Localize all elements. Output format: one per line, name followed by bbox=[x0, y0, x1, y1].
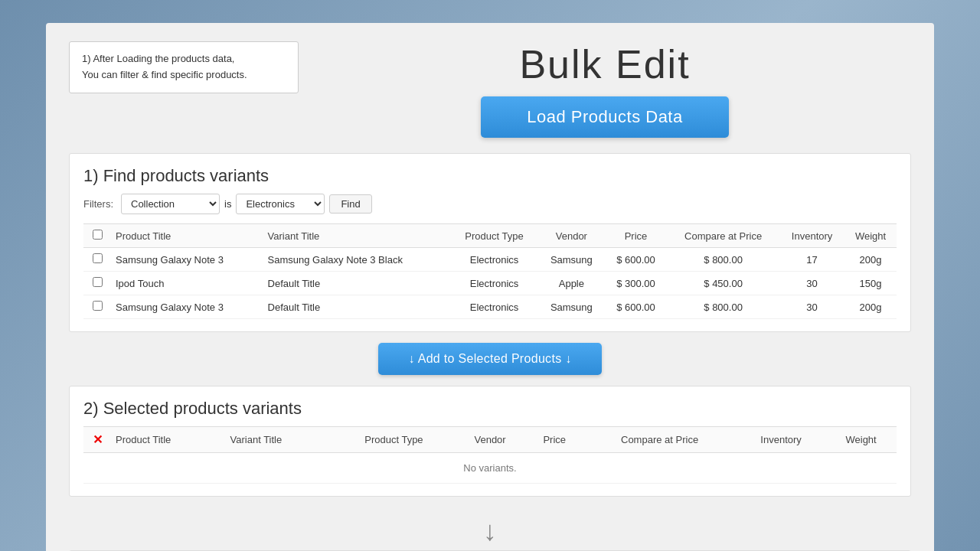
row-product-type: Electronics bbox=[450, 295, 538, 319]
selected-section: 2) Selected products variants ✕ Product … bbox=[69, 386, 911, 497]
selected-col-header-delete: ✕ bbox=[83, 427, 111, 453]
selected-products-table: ✕ Product Title Variant Title Product Ty… bbox=[83, 426, 897, 484]
row-product-title: Ipod Touch bbox=[111, 272, 263, 295]
col-header-price: Price bbox=[605, 224, 667, 248]
row-vendor: Samsung bbox=[538, 295, 605, 319]
col-header-vendor: Vendor bbox=[538, 224, 605, 248]
col-header-weight: Weight bbox=[844, 224, 897, 248]
row-variant-title: Samsung Galaxy Note 3 Black bbox=[263, 248, 451, 272]
row-checkbox-1[interactable] bbox=[93, 277, 103, 287]
main-card: 1) After Loading the products data, You … bbox=[46, 23, 934, 551]
find-button[interactable]: Find bbox=[329, 194, 371, 214]
load-products-button[interactable]: Load Products Data bbox=[481, 96, 728, 138]
row-product-title: Samsung Galaxy Note 3 bbox=[111, 248, 263, 272]
row-price: $ 600.00 bbox=[605, 295, 667, 319]
row-vendor: Samsung bbox=[538, 248, 605, 272]
row-compare-price: $ 800.00 bbox=[667, 248, 779, 272]
page-title: Bulk Edit bbox=[299, 41, 911, 87]
down-arrow-area: ↓ bbox=[69, 507, 911, 550]
col-header-inventory: Inventory bbox=[779, 224, 844, 248]
down-arrow-icon: ↓ bbox=[483, 515, 497, 547]
is-label: is bbox=[224, 198, 231, 210]
row-variant-title: Default Title bbox=[263, 295, 451, 319]
table-row: Ipod Touch Default Title Electronics App… bbox=[83, 272, 897, 295]
table-row: Samsung Galaxy Note 3 Samsung Galaxy Not… bbox=[83, 248, 897, 272]
filters-label: Filters: bbox=[83, 198, 113, 210]
col-header-checkbox bbox=[83, 224, 111, 248]
row-checkbox-cell bbox=[83, 295, 111, 319]
row-product-type: Electronics bbox=[450, 272, 538, 295]
row-compare-price: $ 800.00 bbox=[667, 295, 779, 319]
add-to-selected-button[interactable]: ↓ Add to Selected Products ↓ bbox=[378, 343, 603, 375]
filter-type-select[interactable]: Collection Vendor Product Type Tag Title bbox=[121, 194, 220, 214]
filters-row: Filters: Collection Vendor Product Type … bbox=[83, 194, 897, 214]
info-text-line2: You can filter & find specific products. bbox=[82, 69, 247, 80]
find-section-title: 1) Find products variants bbox=[83, 166, 897, 186]
add-selected-area: ↓ Add to Selected Products ↓ bbox=[69, 343, 911, 375]
title-area: Bulk Edit Load Products Data bbox=[299, 41, 911, 138]
row-inventory: 30 bbox=[779, 295, 844, 319]
no-variants-row: No variants. bbox=[83, 453, 897, 484]
header-area: 1) After Loading the products data, You … bbox=[69, 41, 911, 138]
row-product-title: Samsung Galaxy Note 3 bbox=[111, 295, 263, 319]
info-box: 1) After Loading the products data, You … bbox=[69, 41, 299, 93]
col-header-product-type: Product Type bbox=[450, 224, 538, 248]
selected-section-title: 2) Selected products variants bbox=[83, 399, 897, 419]
row-inventory: 17 bbox=[779, 248, 844, 272]
row-checkbox-2[interactable] bbox=[93, 301, 103, 311]
row-compare-price: $ 450.00 bbox=[667, 272, 779, 295]
col-header-variant-title: Variant Title bbox=[263, 224, 451, 248]
row-weight: 200g bbox=[844, 295, 897, 319]
row-checkbox-cell bbox=[83, 248, 111, 272]
row-variant-title: Default Title bbox=[263, 272, 451, 295]
selected-col-header-compare-price: Compare at Price bbox=[583, 427, 737, 453]
selected-col-header-vendor: Vendor bbox=[454, 427, 526, 453]
row-weight: 150g bbox=[844, 272, 897, 295]
col-header-compare-price: Compare at Price bbox=[667, 224, 779, 248]
row-checkbox-0[interactable] bbox=[93, 253, 103, 263]
selected-col-header-inventory: Inventory bbox=[737, 427, 825, 453]
row-inventory: 30 bbox=[779, 272, 844, 295]
row-price: $ 300.00 bbox=[605, 272, 667, 295]
row-vendor: Apple bbox=[538, 272, 605, 295]
row-weight: 200g bbox=[844, 248, 897, 272]
row-checkbox-cell bbox=[83, 272, 111, 295]
col-header-product-title: Product Title bbox=[111, 224, 263, 248]
find-section: 1) Find products variants Filters: Colle… bbox=[69, 153, 911, 332]
selected-col-header-weight: Weight bbox=[825, 427, 897, 453]
row-product-type: Electronics bbox=[450, 248, 538, 272]
filter-value-select[interactable]: Electronics Clothing Books bbox=[236, 194, 325, 214]
selected-col-header-product-type: Product Type bbox=[334, 427, 454, 453]
delete-all-icon[interactable]: ✕ bbox=[93, 433, 103, 446]
select-all-checkbox[interactable] bbox=[93, 230, 103, 240]
selected-col-header-variant-title: Variant Title bbox=[226, 427, 334, 453]
row-price: $ 600.00 bbox=[605, 248, 667, 272]
selected-col-header-product-title: Product Title bbox=[111, 427, 226, 453]
find-products-table: Product Title Variant Title Product Type… bbox=[83, 223, 897, 319]
table-row: Samsung Galaxy Note 3 Default Title Elec… bbox=[83, 295, 897, 319]
info-text-line1: 1) After Loading the products data, bbox=[82, 53, 234, 64]
selected-col-header-price: Price bbox=[526, 427, 583, 453]
no-variants-text: No variants. bbox=[83, 453, 897, 484]
